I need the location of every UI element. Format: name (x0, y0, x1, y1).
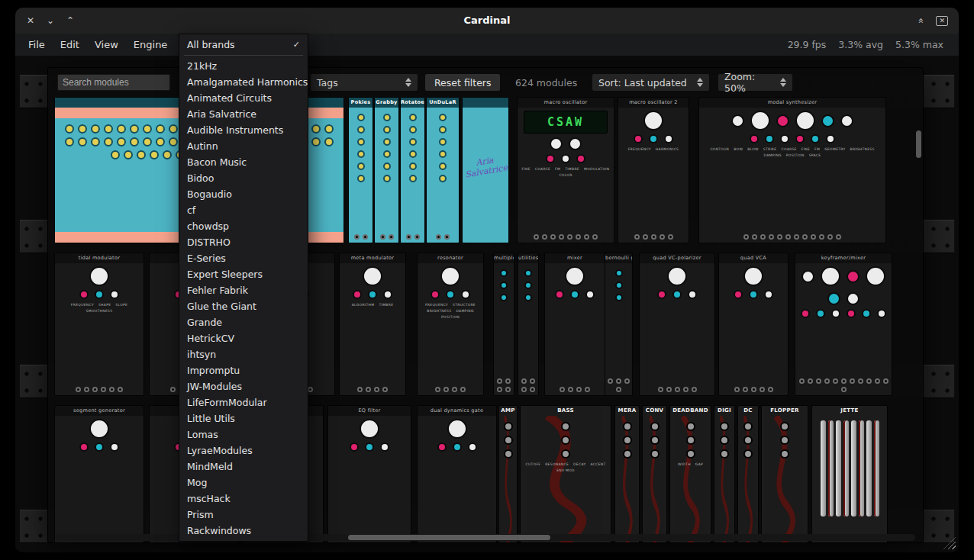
brand-menu-item-chowdsp[interactable]: chowdsp (179, 218, 308, 234)
horizontal-scrollbar-thumb[interactable] (348, 535, 550, 540)
knob-icon (446, 290, 455, 299)
module-title: utilities (518, 253, 538, 263)
brand-menu-item-e-series[interactable]: E-Series (179, 250, 308, 266)
knob-icon (672, 290, 682, 299)
titlebar[interactable]: ✕⌄⌃ Cardinal »✕ (15, 8, 959, 34)
brand-menu-item-expert-sleepers[interactable]: Expert Sleepers (179, 266, 308, 282)
collapse-icon[interactable]: » (916, 16, 925, 25)
jack-icon (380, 234, 385, 240)
brand-menu-item-21khz[interactable]: 21kHz (179, 58, 308, 74)
brand-menu-item-distrho[interactable]: DISTRHO (179, 234, 308, 250)
brand-menu-item-lifeformmodular[interactable]: LifeFormModular (179, 394, 308, 410)
module-bernoulli-gate[interactable]: bernoulli gate (605, 253, 633, 396)
jack-icon (648, 542, 653, 543)
brand-menu-item-bogaudio[interactable]: Bogaudio (179, 186, 308, 202)
close-icon[interactable]: ✕ (26, 16, 35, 25)
jack-icon (84, 542, 89, 543)
brand-menu-item-prism[interactable]: Prism (179, 507, 308, 523)
knob-icon (89, 266, 109, 286)
maximize-icon[interactable]: ⌃ (66, 16, 75, 25)
knob-icon (156, 137, 165, 146)
brand-menu-item-ihtsyn[interactable]: ihtsyn (179, 346, 308, 362)
brand-menu-item-bidoo[interactable]: Bidoo (179, 170, 308, 186)
module-keyframer-mixer[interactable]: keyframer/mixer (795, 253, 892, 396)
vertical-scrollbar-thumb[interactable] (916, 130, 921, 158)
knob-icon (561, 449, 570, 459)
brand-menu-item-little-utils[interactable]: Little Utils (179, 410, 308, 426)
module-macro-oscillator-2[interactable]: macro oscillator 2FREQUENCYHARMONICS (618, 97, 689, 243)
brand-menu-item-bacon-music[interactable]: Bacon Music (179, 154, 308, 170)
module-tidal-modulator[interactable]: tidal modulatorFREQUENCYSHAPESLOPESMOOTH… (54, 253, 144, 396)
knob-icon (383, 150, 391, 158)
module-title: UnDuLaR (427, 98, 459, 108)
module-bass[interactable]: BASSCUTOFFRESONANCEDECAYACCENTENV MOD (520, 405, 611, 543)
knob-icon (439, 114, 447, 121)
module-mera[interactable]: MERA (614, 405, 640, 543)
knob-icon (409, 138, 417, 146)
module-meta-modulator[interactable]: meta modulatorALGORITHMTIMBRE (339, 253, 406, 396)
module-quad-vca[interactable]: quad VCA (718, 253, 789, 396)
module-eq-filter[interactable]: EQ filter (327, 405, 411, 543)
brand-menu-item-audible-instruments[interactable]: Audible Instruments (179, 122, 308, 138)
brand-menu-item-autinn[interactable]: Autinn (179, 138, 308, 154)
brand-menu-item-lomas[interactable]: Lomas (179, 426, 308, 443)
jack-icon (750, 542, 755, 543)
module-undular[interactable]: UnDuLaR (426, 97, 460, 243)
jack-row (621, 234, 686, 240)
module-deadband[interactable]: DEADBANDWIDTHGAP (669, 405, 711, 543)
brand-menu-item-impromptu[interactable]: Impromptu (179, 362, 308, 378)
knob-icon (130, 124, 139, 134)
brand-menu-item-rackwindows[interactable]: Rackwindows (179, 523, 308, 539)
module-multiples[interactable]: multiples (493, 253, 514, 396)
module-grabby[interactable]: Grabby (374, 97, 399, 243)
module-conv[interactable]: CONV (642, 405, 667, 543)
jack-icon (371, 542, 376, 543)
brand-menu-item-cf[interactable]: cf (179, 202, 308, 218)
brand-menu-item-lyraemodules[interactable]: LyraeModules (179, 443, 308, 459)
search-input[interactable] (57, 74, 170, 91)
brand-menu-item-jw-modules[interactable]: JW-Modules (179, 378, 308, 394)
menu-edit[interactable]: Edit (56, 39, 83, 50)
module-flopper[interactable]: FLOPPER (761, 405, 808, 543)
reset-filters-button[interactable]: Reset filters (425, 74, 500, 91)
module-mixer[interactable]: mixer (544, 253, 605, 396)
sort-dropdown[interactable]: Sort: Last updated (592, 74, 709, 91)
brand-label: 21kHz (187, 60, 217, 72)
module-pokies[interactable]: Pokies (348, 97, 373, 243)
module-macro-oscillator[interactable]: macro oscillatorCSAWFINECOARSEFMTIMBREMO… (517, 97, 614, 243)
brand-menu-item-mschack[interactable]: mscHack (179, 491, 308, 507)
brand-menu-item-grande[interactable]: Grande (179, 314, 308, 330)
brand-menu-item-mindmeld[interactable]: MindMeld (179, 459, 308, 475)
module-quad-vc-polarizer[interactable]: quad VC-polarizer (639, 253, 715, 396)
module-digi[interactable]: DIGI (714, 405, 735, 543)
module-r1-6[interactable]: Aria Salvatrice (462, 97, 509, 243)
brand-menu-item-aria-salvatrice[interactable]: Aria Salvatrice (179, 106, 308, 122)
brand-menu-item-hetrickcv[interactable]: HetrickCV (179, 330, 308, 346)
module-dual-dynamics-gate[interactable]: dual dynamics gate (417, 405, 497, 543)
module-modal-synthesizer[interactable]: modal synthesizerCONTOURBOWBLOWSTRIKECOA… (698, 97, 886, 243)
knob-icon (440, 266, 460, 286)
tags-dropdown[interactable]: Tags (311, 74, 418, 91)
brand-menu-item-amalgamated-harmonics[interactable]: Amalgamated Harmonics (179, 74, 308, 90)
module-rotatoes[interactable]: Rotatoes (400, 97, 425, 243)
jack-icon (592, 234, 598, 240)
menu-view[interactable]: View (91, 39, 122, 50)
module-amp[interactable]: AMP (498, 405, 518, 543)
menu-engine[interactable]: Engine (130, 39, 172, 50)
module-jette[interactable]: JETTE (811, 405, 888, 543)
menu-file[interactable]: File (24, 39, 49, 50)
brand-menu-item-fehler-fabrik[interactable]: Fehler Fabrik (179, 282, 308, 298)
module-segment-generator[interactable]: segment generator (54, 405, 144, 543)
module-dc[interactable]: DC (737, 405, 759, 543)
zoom-dropdown[interactable]: Zoom: 50% (718, 74, 792, 91)
brand-menu-item-all-brands[interactable]: All brands✓ (179, 37, 308, 53)
module-utilities[interactable]: utilities (518, 253, 539, 396)
minimize-icon[interactable]: ⌄ (46, 16, 55, 25)
knob-icon (357, 150, 365, 158)
brand-menu-item-glue-the-giant[interactable]: Glue the Giant (179, 298, 308, 314)
close-window-icon[interactable]: ✕ (936, 16, 948, 26)
brand-menu-item-mog[interactable]: Mog (179, 475, 308, 491)
brand-menu-item-animated-circuits[interactable]: Animated Circuits (179, 90, 308, 106)
knob-icon (795, 134, 805, 143)
module-resonator[interactable]: resonatorFREQUENCYSTRUCTUREBRIGHTNESSDAM… (417, 253, 484, 396)
